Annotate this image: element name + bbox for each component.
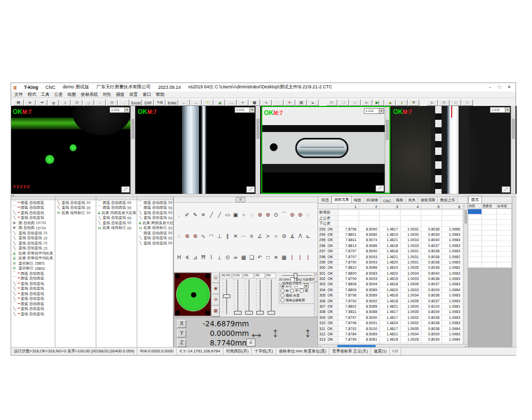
list-item[interactable]: ╲ 直线 自动直线 55: [96, 220, 137, 226]
toolbar-button[interactable]: →: [190, 100, 202, 106]
measure-tool-icon[interactable]: ◌: [249, 212, 255, 218]
measure-tool-icon[interactable]: ∢: [184, 254, 190, 260]
toolbar-button[interactable]: ◘: [83, 100, 94, 106]
results-tab[interactable]: 3D测量: [364, 197, 381, 203]
column-header[interactable]: 6: [442, 204, 463, 209]
measure-tool-icon[interactable]: ∿: [201, 233, 206, 239]
measure-tool-icon[interactable]: ⊕: [192, 233, 198, 239]
measure-tool-icon[interactable]: .: [176, 212, 182, 218]
table-row[interactable]: [468, 262, 512, 268]
list-item[interactable]: Η 距离 线性标注 34: [55, 210, 96, 216]
column-header[interactable]: 1: [338, 204, 359, 209]
toolbar-button[interactable]: ◢: [214, 100, 225, 106]
ring-segment-icon[interactable]: ⊛: [212, 294, 220, 306]
scroll-left-icon[interactable]: ◂: [11, 194, 15, 196]
list-item[interactable]: ⌒ *** 圆弧 自动圆弧: [11, 200, 55, 205]
camera-view-3-selected[interactable]: OKM:7 1-212▼ ⤢: [261, 106, 390, 194]
jog-z-arrows[interactable]: ↕: [304, 320, 311, 344]
measure-tool-icon[interactable]: ⊕: [265, 212, 271, 218]
measure-tool-icon[interactable]: ▣: [232, 212, 238, 218]
radio-standard[interactable]: [280, 284, 285, 288]
list-item[interactable]: ⊕ 圆 自动圆 15794: [11, 226, 55, 231]
list-item[interactable]: ╲ 直线 自动直线 15: [11, 246, 55, 251]
expand-icon[interactable]: ⤢: [246, 186, 255, 193]
toolbar-button[interactable]: ▦: [71, 100, 82, 106]
camera-scrollbar[interactable]: [255, 106, 260, 194]
results-tab[interactable]: 数据上传: [438, 197, 458, 203]
measure-tool-icon[interactable]: ⌊: [305, 254, 311, 260]
list-item[interactable]: ∡ 距离 两圆弧最大距离: [137, 220, 173, 226]
measure-tool-icon[interactable]: ╱: [217, 212, 222, 218]
list-item[interactable]: ╲ *** 直线 自动直线: [11, 311, 55, 317]
column-header[interactable]: 标准值: [497, 204, 512, 209]
menu-item[interactable]: 模式: [28, 92, 36, 97]
list-item[interactable]: ╲ *** 直线 自动直线: [11, 286, 55, 292]
table-row[interactable]: [468, 246, 512, 252]
chevron-down-icon[interactable]: ▼: [304, 284, 308, 288]
toolbar-button[interactable]: ▩: [249, 100, 260, 106]
toolbar-button[interactable]: ⊳: [24, 100, 36, 106]
measure-tool-icon[interactable]: Η: [176, 254, 182, 260]
toolbar-button[interactable]: ⚒: [408, 100, 419, 106]
list-item[interactable]: ⊖ 直径标注 15802: [11, 266, 55, 271]
measure-tool-icon[interactable]: ○: [241, 212, 247, 218]
column-header[interactable]: 4: [401, 204, 421, 209]
list-item[interactable]: ╲ *** 直线 自动直线: [11, 216, 55, 221]
toolbar-button[interactable]: ∿: [261, 100, 272, 106]
list-item[interactable]: ⊖ 直径标注 15801: [11, 261, 55, 266]
ring-full-icon[interactable]: ◉: [212, 283, 220, 294]
measure-tool-icon[interactable]: ✐: [184, 212, 190, 218]
list-item[interactable]: ╲ 直线 自动直线 15: [11, 241, 55, 246]
toolbar-button[interactable]: ⇥: [36, 100, 47, 106]
axis-zero-button[interactable]: X: [177, 320, 186, 328]
list-item[interactable]: ⌒ 圆弧 自动圆弧 56: [137, 230, 173, 236]
table-row[interactable]: 297OK 7.8797 8.5090 1.4818 1.0931 0.8038…: [318, 249, 468, 254]
measure-tool-icon[interactable]: ⊖: [281, 233, 287, 239]
list-item[interactable]: ⌒ *** 圆弧 自动圆弧: [11, 301, 55, 307]
slider-thumb[interactable]: [234, 311, 242, 315]
table-row[interactable]: 308OK 7.8811 8.5088 1.4817 1.0935 0.8039…: [318, 309, 468, 315]
light-intensity-slider[interactable]: 3%: [254, 273, 265, 317]
table-row[interactable]: 298OK 7.8797 8.5093 1.4821 1.0931 0.8038…: [318, 254, 468, 260]
toolbar-button[interactable]: ✳: [284, 100, 295, 106]
camera-range-dropdown[interactable]: 1-212▼: [490, 107, 510, 113]
camera-scrollbar[interactable]: [385, 107, 389, 193]
column-header[interactable]: 2: [359, 204, 380, 209]
expand-icon[interactable]: ⤢: [121, 186, 130, 193]
table-row[interactable]: 305OK 7.8796 8.5089 1.4818 1.0934 0.8038…: [318, 293, 468, 298]
chevron-down-icon[interactable]: ▼: [250, 108, 254, 112]
list-item[interactable]: ⊕ 圆 自动圆 15793: [11, 220, 55, 226]
maximize-button[interactable]: □: [495, 84, 504, 90]
measure-tool-icon[interactable]: ⊿: [192, 254, 198, 260]
menu-item[interactable]: 公差: [54, 92, 63, 97]
measure-tool-icon[interactable]: ⊥: [217, 254, 222, 260]
measure-tool-icon[interactable]: Ħ: [201, 254, 206, 260]
ring-outer-icon[interactable]: ◎: [212, 273, 220, 284]
measure-tool-icon[interactable]: ↶: [257, 254, 263, 260]
measure-tool-icon[interactable]: ≡: [249, 233, 255, 239]
light-intensity-slider[interactable]: 0%: [265, 273, 276, 317]
measure-tool-icon[interactable]: ⊥: [217, 233, 222, 239]
results-tab[interactable]: 测量清单: [418, 197, 438, 203]
toolbar-button[interactable]: ▨: [296, 100, 307, 106]
menu-item[interactable]: 帮助: [156, 92, 164, 97]
measure-tool-icon[interactable]: Ι: [209, 254, 214, 260]
toolbar-button[interactable]: ⊾: [307, 100, 319, 106]
table-row[interactable]: [468, 220, 512, 225]
menu-item[interactable]: 工具: [41, 92, 49, 97]
table-row[interactable]: 300OK 7.8810 8.5086 1.4819 1.0935 0.8038…: [318, 265, 468, 270]
list-item[interactable]: ∡ 距离 内圆弧最大距离: [96, 210, 137, 216]
toolbar-button[interactable]: ◘: [48, 100, 59, 106]
toolbar-button[interactable]: ▦: [106, 100, 118, 106]
toolbar-button[interactable]: ▤: [326, 100, 337, 106]
results-tab[interactable]: 测量元素: [331, 196, 352, 203]
results-tab[interactable]: 绘图: [352, 197, 364, 203]
radio-medium[interactable]: [290, 289, 294, 293]
toolbar-button[interactable]: - -: [226, 100, 237, 106]
slider-thumb[interactable]: [223, 294, 230, 298]
column-header[interactable]: 5: [421, 204, 442, 209]
table-row[interactable]: 293OK 7.8796 8.5090 1.4817 1.0932 0.8038…: [318, 227, 468, 232]
table-row[interactable]: [468, 215, 512, 220]
table-row[interactable]: 295OK 7.8811 8.5074 1.4821 1.0933 0.8040…: [318, 237, 468, 243]
table-row[interactable]: [468, 241, 512, 246]
